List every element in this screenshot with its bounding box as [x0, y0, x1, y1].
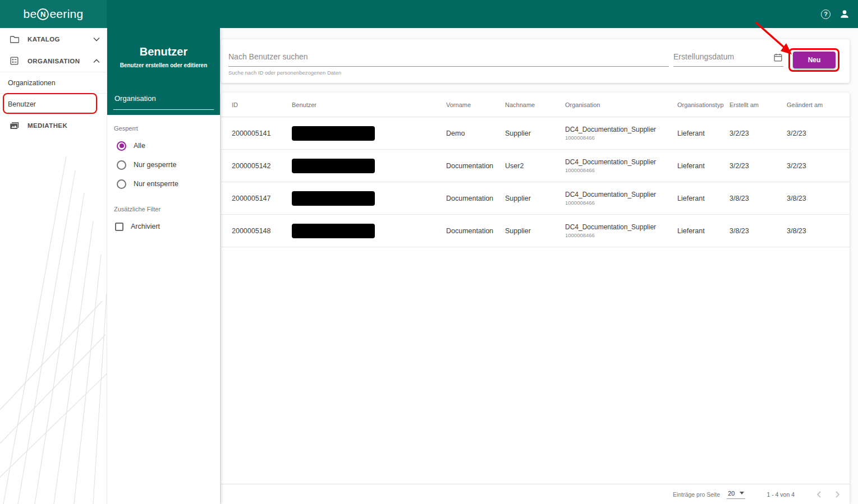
- users-table-card: ID Benutzer Vorname Nachname Organisatio…: [221, 93, 850, 504]
- redacted-benutzer: [292, 191, 375, 206]
- column-header-id: ID: [232, 101, 292, 108]
- sub-item-label: Organizationen: [8, 79, 56, 87]
- organisation-list-icon: [10, 57, 20, 65]
- search-field: Suche nach ID oder personenbezogenen Dat…: [228, 48, 669, 76]
- radio-label: Nur gesperrte: [134, 161, 176, 169]
- cell-nachname: Supplier: [505, 195, 565, 202]
- table-row[interactable]: 2000005148 Documentation Supplier DC4_Do…: [221, 215, 850, 247]
- chevron-up-icon: [93, 59, 100, 63]
- organisation-id: 1000008466: [565, 135, 677, 141]
- cell-erstellt-am: 3/2/23: [729, 130, 787, 137]
- radio-icon: [117, 179, 126, 189]
- cell-id: 2000005141: [232, 130, 292, 137]
- previous-page-button[interactable]: [815, 490, 824, 499]
- cell-nachname: Supplier: [505, 227, 565, 235]
- column-header-benutzer: Benutzer: [292, 101, 446, 108]
- filter-panel-body: Gesperrt Alle Nur gesperrte Nur entsperr…: [107, 115, 220, 236]
- cell-vorname: Documentation: [446, 227, 505, 235]
- filter-panel: Benutzer Benutzer erstellen oder editier…: [107, 28, 220, 504]
- archiviert-checkbox[interactable]: Archiviert: [114, 217, 220, 236]
- page-subtitle: Benutzer erstellen oder editieren: [107, 62, 220, 68]
- organisation-section-label: Organisation: [113, 94, 214, 110]
- sidebar-item-label: MEDIATHEK: [27, 122, 100, 129]
- radio-alle[interactable]: Alle: [114, 136, 220, 155]
- page-title: Benutzer: [107, 28, 220, 58]
- dropdown-arrow-icon: [740, 492, 744, 494]
- cell-vorname: Documentation: [446, 162, 505, 170]
- topbar: beNeering ?: [0, 0, 858, 28]
- column-header-vorname: Vorname: [446, 101, 505, 108]
- cell-erstellt-am: 3/8/23: [729, 195, 787, 202]
- organisation-id: 1000008466: [565, 167, 677, 173]
- search-input[interactable]: [228, 48, 669, 67]
- radio-nur-entsperrte[interactable]: Nur entsperrte: [114, 174, 220, 193]
- organisation-name: DC4_Documentation_Supplier: [565, 223, 677, 231]
- column-header-organisationstyp: Organisationstyp: [677, 101, 729, 108]
- folder-icon: [10, 35, 20, 43]
- radio-label: Alle: [134, 142, 145, 150]
- media-icon: [10, 122, 20, 130]
- cell-benutzer: [292, 224, 446, 238]
- gesperrt-label: Gesperrt: [114, 125, 220, 132]
- topbar-icons: ?: [821, 0, 850, 28]
- checkbox-icon: [115, 223, 123, 231]
- cell-organisationstyp: Lieferant: [677, 227, 729, 235]
- cell-benutzer: [292, 159, 446, 173]
- organisation-name: DC4_Documentation_Supplier: [565, 191, 677, 198]
- radio-label: Nur entsperrte: [134, 180, 178, 188]
- sidebar-item-organisation[interactable]: ORGANISATION: [0, 50, 107, 72]
- main-content: Suche nach ID oder personenbezogenen Dat…: [220, 28, 858, 504]
- sidebar-item-organizationen[interactable]: Organizationen: [0, 72, 107, 93]
- cell-geaendert-am: 3/8/23: [787, 227, 850, 235]
- search-card: Suche nach ID oder personenbezogenen Dat…: [221, 39, 850, 83]
- organisation-name: DC4_Documentation_Supplier: [565, 126, 677, 133]
- table-header-row: ID Benutzer Vorname Nachname Organisatio…: [221, 93, 850, 117]
- redacted-benutzer: [292, 126, 375, 141]
- cell-id: 2000005148: [232, 227, 292, 235]
- cell-organisation: DC4_Documentation_Supplier 1000008466: [565, 126, 677, 141]
- cell-organisationstyp: Lieferant: [677, 130, 729, 137]
- radio-nur-gesperrte[interactable]: Nur gesperrte: [114, 155, 220, 174]
- sub-item-label: Benutzer: [8, 100, 36, 108]
- cell-id: 2000005142: [232, 162, 292, 170]
- account-icon[interactable]: [839, 8, 850, 20]
- organisation-name: DC4_Documentation_Supplier: [565, 158, 677, 166]
- cell-benutzer: [292, 191, 446, 206]
- cell-geaendert-am: 3/8/23: [787, 195, 850, 202]
- date-input[interactable]: [673, 48, 783, 67]
- per-page-select[interactable]: 20: [727, 490, 745, 499]
- column-header-geaendert-am: Geändert am: [787, 101, 850, 108]
- date-field: [673, 48, 783, 67]
- radio-icon: [117, 141, 126, 151]
- calendar-icon[interactable]: [774, 53, 782, 62]
- logo-text: beNeering: [23, 7, 83, 21]
- organisation-id: 1000008466: [565, 200, 677, 206]
- cell-organisation: DC4_Documentation_Supplier 1000008466: [565, 191, 677, 206]
- cell-geaendert-am: 3/2/23: [787, 130, 850, 137]
- cell-nachname: Supplier: [505, 130, 565, 137]
- table-row[interactable]: 2000005141 Demo Supplier DC4_Documentati…: [221, 117, 850, 150]
- cell-erstellt-am: 3/2/23: [729, 162, 787, 170]
- column-header-organisation: Organisation: [565, 101, 677, 108]
- sidebar-item-benutzer[interactable]: Benutzer: [0, 93, 107, 114]
- per-page-label: Einträge pro Seite: [673, 491, 720, 498]
- sidebar-item-katalog[interactable]: KATALOG: [0, 28, 107, 50]
- paginator: Einträge pro Seite 20 1 - 4 von 4: [221, 484, 850, 504]
- help-icon[interactable]: ?: [821, 10, 831, 19]
- cell-organisationstyp: Lieferant: [677, 195, 729, 202]
- logo: beNeering: [0, 0, 107, 28]
- zusaetzliche-filter-label: Zusätzliche Filter: [114, 206, 220, 212]
- filter-panel-header: Benutzer Benutzer erstellen oder editier…: [107, 28, 220, 115]
- search-helper-text: Suche nach ID oder personenbezogenen Dat…: [228, 70, 669, 76]
- cell-organisation: DC4_Documentation_Supplier 1000008466: [565, 223, 677, 238]
- new-user-button[interactable]: Neu: [793, 52, 836, 68]
- organisation-id: 1000008466: [565, 232, 677, 238]
- table-row[interactable]: 2000005147 Documentation Supplier DC4_Do…: [221, 182, 850, 215]
- next-page-button[interactable]: [833, 490, 842, 499]
- checkbox-label: Archiviert: [131, 223, 160, 230]
- logo-n-circle-icon: N: [37, 8, 49, 20]
- sidebar-item-mediathek[interactable]: MEDIATHEK: [0, 114, 107, 136]
- column-header-nachname: Nachname: [505, 101, 565, 108]
- redacted-benutzer: [292, 159, 375, 173]
- table-row[interactable]: 2000005142 Documentation User2 DC4_Docum…: [221, 150, 850, 182]
